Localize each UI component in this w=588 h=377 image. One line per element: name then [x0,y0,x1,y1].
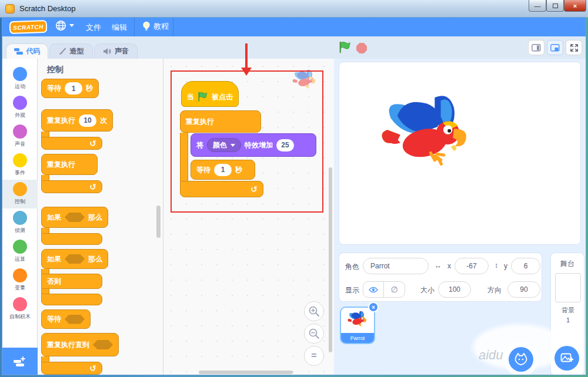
category-sensing[interactable]: 侦测 [2,208,38,237]
category-motion[interactable]: 运动 [2,65,38,93]
sprite-name-input[interactable]: Parrot [363,258,429,274]
category-label: 外观 [2,112,38,119]
menu-edit[interactable]: 编辑 [109,22,129,33]
backdrop-label: 背景 [551,306,585,315]
boolean-slot[interactable] [65,213,85,222]
script-area[interactable]: 当 被点击 重复执行 将 颜色 特效增加 25 [163,59,334,375]
add-sprite-button[interactable] [509,347,533,372]
menu-tutorials[interactable]: 教程 [140,21,171,32]
loop-arrow-icon: ↻ [89,139,96,148]
boolean-slot[interactable] [65,315,85,324]
stage-column: 角色 Parrot ↔ x -67 ↕ y 6 显示 [334,59,586,375]
sensing-dot [13,211,27,225]
add-backdrop-button[interactable] [554,346,579,371]
block-text: 如果 [47,213,61,223]
palette-block-if[interactable]: 如果 那么 [41,207,108,228]
block-text: 如果 [47,254,61,264]
script-vertical-scrollbar[interactable] [329,167,332,352]
block-spine [41,132,49,137]
script-horizontal-scrollbar[interactable] [199,371,293,374]
thumbnail-image [347,309,369,332]
hide-button[interactable]: ∅ [384,282,405,297]
magnifier-minus-icon [308,328,320,339]
stage-panel-title: 舞台 [551,259,584,269]
block-text: 次 [100,116,107,126]
delete-sprite-button[interactable]: × [368,302,379,312]
fullscreen-button[interactable] [566,40,582,55]
palette-block-if-arm [41,233,102,245]
wait-seconds-input[interactable]: 1 [65,82,82,95]
boolean-slot[interactable] [65,254,85,264]
speaker-icon [103,48,111,55]
x-position-input[interactable]: -67 [455,258,489,274]
show-button[interactable] [363,282,384,297]
sprite-thumbnail-parrot[interactable]: Parrot [340,307,375,344]
tab-costumes[interactable]: 造型 [49,43,93,59]
menu-bar: SCRATCH 文件 编辑 教程 [2,18,586,36]
palette-block-repeat-until[interactable]: 重复执行直到 [41,333,119,356]
stage-sprite-parrot[interactable] [378,90,479,179]
script-block-change-effect[interactable]: 将 颜色 特效增加 25 [191,133,316,157]
backdrop-count: 1 [551,317,585,324]
boolean-slot[interactable] [93,340,113,349]
green-flag-button[interactable] [339,41,352,54]
zoom-in-button[interactable] [304,301,324,321]
minimize-button[interactable]: — [529,0,546,12]
extension-icon [12,355,28,368]
script-block-forever[interactable]: 重复执行 [180,110,261,133]
globe-icon [55,20,66,31]
script-hat-when-flag-clicked[interactable]: 当 被点击 [181,81,239,107]
category-events[interactable]: 事件 [2,151,38,180]
palette-block-ifelse[interactable]: 如果 那么 [41,249,108,269]
size-input[interactable]: 100 [438,281,471,298]
palette-block-repeat[interactable]: 重复执行 10 次 [41,109,113,132]
category-looks[interactable]: 外观 [2,93,38,122]
block-text: 被点击 [212,92,233,102]
menu-file[interactable]: 文件 [83,22,103,33]
tab-sounds[interactable]: 声音 [94,43,138,59]
tab-code-label: 代码 [26,46,41,56]
category-sound[interactable]: 声音 [2,122,38,151]
small-stage-button[interactable] [528,40,544,55]
direction-input[interactable]: 90 [507,281,540,298]
y-position-input[interactable]: 6 [511,258,540,274]
zoom-out-button[interactable] [304,324,324,344]
effect-amount-input[interactable]: 25 [276,139,294,152]
scratch-logo[interactable]: SCRATCH [9,20,48,34]
close-button[interactable]: × [564,0,586,12]
tab-code[interactable]: 代码 [6,43,48,59]
category-myblocks[interactable]: 自制积木 [2,295,38,324]
category-control[interactable]: 控制 [2,180,38,208]
maximize-icon [553,4,558,8]
category-operators[interactable]: 运算 [2,237,38,266]
palette-scrollbar[interactable] [156,206,161,238]
annotation-arrow-head [241,68,252,76]
add-extension-button[interactable] [2,348,38,375]
palette-block-wait[interactable]: 等待 1 秒 [41,79,99,98]
repeat-times-input[interactable]: 10 [79,115,96,127]
maximize-button[interactable] [546,0,564,12]
palette-block-forever[interactable]: 重复执行 [41,154,98,175]
stop-button[interactable] [356,43,367,53]
block-text: 等待 [196,165,211,175]
tab-sounds-label: 声音 [115,46,129,56]
stage[interactable] [339,62,581,245]
script-block-wait[interactable]: 等待 1 秒 [191,160,255,180]
block-text: 特效增加 [245,140,273,150]
language-selector[interactable] [53,20,76,31]
backdrop-thumbnail[interactable] [555,273,581,302]
window-title: Scratch Desktop [19,4,75,13]
dropdown-value: 颜色 [213,140,227,150]
effect-dropdown[interactable]: 颜色 [207,138,241,152]
block-spine [180,133,188,181]
block-spine [41,289,49,294]
wait-seconds-input[interactable]: 1 [214,164,232,176]
category-variables[interactable]: 变量 [2,266,38,295]
control-dot [13,182,27,196]
palette-block-wait-until[interactable]: 等待 [41,309,91,329]
category-label: 变量 [2,284,38,292]
zoom-reset-button[interactable]: = [304,346,324,366]
normal-stage-button[interactable] [547,40,563,55]
app-icon [5,4,15,14]
looks-dot [13,96,27,110]
